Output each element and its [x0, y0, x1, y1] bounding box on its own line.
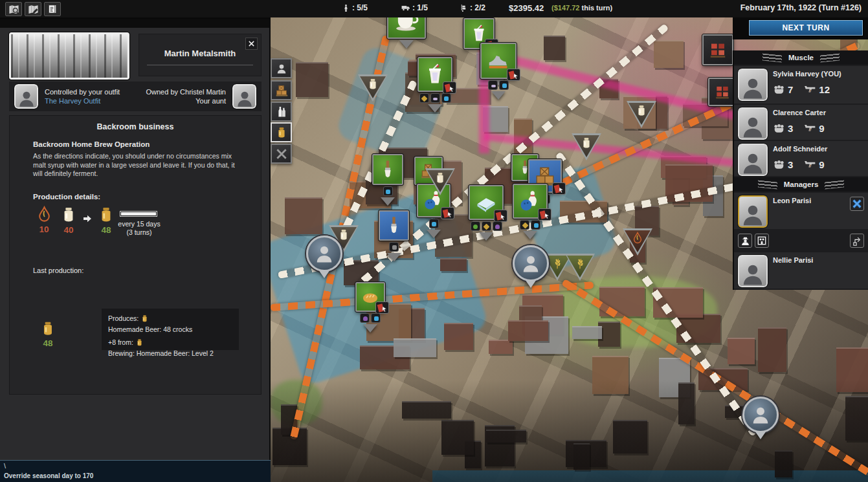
pin-tail — [318, 270, 330, 278]
building-title: Martin Metalsmith — [139, 49, 261, 58]
jar-pin[interactable] — [358, 74, 388, 102]
brush-icon — [378, 160, 397, 179]
drop-pin[interactable] — [623, 228, 652, 256]
revolver-icon — [803, 122, 816, 135]
muscle-row-clarence[interactable]: Clarence Carter 3 9 — [734, 105, 868, 140]
manager-row-nellie[interactable]: Nellie Parisi — [734, 252, 868, 289]
next-turn-button[interactable]: NEXT TURN — [749, 20, 863, 36]
input-resource[interactable]: 40 — [58, 206, 80, 235]
bowling-map-tile[interactable] — [513, 184, 548, 239]
tile-pointer-icon — [399, 40, 414, 49]
handcart-capacity-stat[interactable]: : 2/2 — [460, 3, 485, 12]
manager-tools-row — [734, 230, 868, 251]
portrait-silhouette-icon — [17, 88, 36, 107]
jar-icon — [434, 171, 447, 192]
wing-decoration-icon — [820, 53, 840, 62]
claim-ticket-icon[interactable] — [441, 207, 454, 219]
portrait-silhouette-icon — [740, 149, 766, 175]
owned-by-label: Owned by Christel Martin — [146, 87, 227, 96]
knuckles-icon — [773, 122, 785, 135]
claim-ticket-icon[interactable] — [494, 210, 507, 222]
console-input[interactable]: \ — [4, 462, 271, 470]
shake-map-tile[interactable] — [417, 57, 452, 113]
input-resource[interactable]: 10 — [33, 206, 55, 234]
vehicle-capacity-stat[interactable]: : 1/5 — [401, 3, 428, 12]
avatar — [738, 69, 768, 101]
operation-description: As the directions indicate, you should u… — [33, 152, 238, 179]
gold-badge-icon — [520, 220, 529, 230]
ownership-row: Controlled by your outfit The Harvey Out… — [9, 82, 262, 111]
map-overview-button[interactable] — [5, 2, 22, 16]
crew-name: Clarence Carter — [773, 109, 864, 116]
redgoods-icon — [708, 40, 728, 60]
crew-roster-panel: Muscle Sylvia Harvey (YOU) 7 12 Clarence… — [733, 50, 868, 290]
owner-avatar[interactable] — [232, 84, 256, 109]
manager-row-leon[interactable]: Leon Parisi — [734, 193, 868, 229]
avatar — [738, 195, 768, 228]
production-cycle: every 15 days (3 turns) — [109, 220, 169, 237]
tile-pointer-icon — [523, 231, 537, 239]
mash-drop-icon — [36, 206, 53, 223]
wing-decoration-icon — [758, 180, 777, 189]
claim-ticket-icon[interactable] — [443, 82, 456, 94]
outfit-link[interactable]: The Harvey Outfit — [45, 96, 120, 105]
portrait-silhouette-icon — [519, 252, 542, 275]
muscle-row-sylvia[interactable]: Sylvia Harvey (YOU) 7 12 — [734, 66, 868, 104]
jar-pin[interactable] — [627, 101, 656, 128]
claim-ticket-icon[interactable] — [552, 182, 566, 195]
crew-location-pin[interactable] — [742, 397, 779, 439]
claim-ticket-icon[interactable] — [375, 301, 389, 314]
beer-jar-icon — [140, 314, 149, 323]
debug-console[interactable]: \ Override seasonal day to 170 — [0, 460, 271, 482]
claim-ticket-icon[interactable] — [507, 69, 520, 81]
assignment-pin-button[interactable] — [850, 197, 864, 211]
gun-stat: 9 — [803, 158, 824, 171]
purple-badge-icon — [360, 313, 370, 323]
shoes-map-tile[interactable] — [480, 43, 517, 100]
redgoods-map-tile[interactable] — [702, 34, 733, 65]
wheat-pin[interactable] — [565, 254, 595, 281]
manager-name: Nellie Parisi — [773, 256, 864, 264]
money-total[interactable]: $2395.42 — [509, 3, 544, 13]
building-assignment-button[interactable] — [755, 234, 769, 248]
operation-title: Backroom Home Brew Operation — [33, 140, 261, 148]
building-title-box: Martin Metalsmith — [139, 34, 262, 76]
jar-pin[interactable] — [572, 133, 601, 160]
money-delta: ($147.72 this turn) — [551, 4, 612, 12]
avatar — [738, 107, 768, 140]
top-bar: : 5/5 : 1/5 : 2/2 $2395.42 ($147.72 this… — [0, 0, 868, 17]
jar-icon — [366, 78, 379, 98]
owner-relation: Your aunt — [146, 96, 227, 105]
close-button[interactable] — [245, 38, 258, 50]
last-production-resource[interactable]: 48 — [37, 320, 59, 348]
brush-icon — [384, 216, 403, 235]
bread-map-tile[interactable] — [355, 282, 385, 333]
managers-header: Managers — [734, 177, 868, 192]
gun-stat: 9 — [803, 122, 824, 135]
drop-icon — [631, 232, 644, 252]
route-button[interactable] — [850, 234, 864, 248]
notes-button[interactable] — [44, 2, 61, 16]
map-edit-button[interactable] — [25, 2, 41, 16]
spy-assignment-button[interactable] — [738, 234, 752, 248]
green-badge-icon — [471, 221, 480, 231]
building-panel: Martin Metalsmith Controlled by your out… — [0, 19, 271, 460]
revolver-icon — [803, 83, 816, 96]
brush-map-tile[interactable] — [372, 154, 403, 206]
building-facade-icon — [757, 236, 767, 246]
manager-name: Leon Parisi — [773, 197, 845, 204]
jar-pin[interactable] — [425, 168, 455, 195]
crew-location-pin[interactable] — [513, 245, 549, 288]
beer-jar-icon — [135, 338, 144, 347]
muscle-row-adolf[interactable]: Adolf Schneider 3 9 — [734, 141, 868, 176]
ice-map-tile[interactable] — [469, 185, 504, 241]
pin-tail — [525, 279, 537, 288]
controller-avatar[interactable] — [14, 84, 38, 109]
wing-decoration-icon — [762, 53, 782, 62]
brush-map-tile[interactable] — [379, 210, 409, 261]
crew-capacity-stat[interactable]: : 5/5 — [342, 3, 368, 12]
claim-ticket-icon[interactable] — [538, 208, 551, 221]
game-date: February 17th, 1922 (Turn #126) — [740, 3, 862, 12]
portrait-silhouette-icon — [313, 242, 336, 265]
crew-location-pin[interactable] — [306, 236, 342, 278]
